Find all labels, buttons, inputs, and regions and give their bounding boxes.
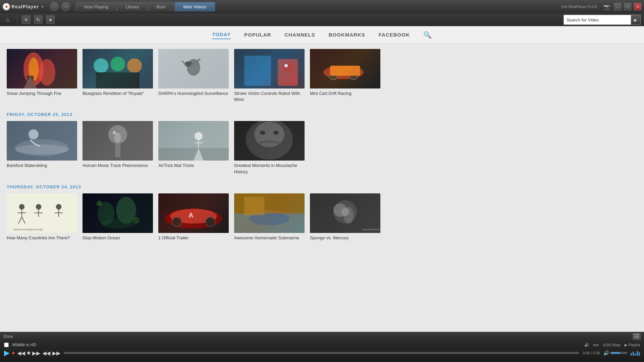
list-item[interactable]: Stop-Motion Ocean: [83, 193, 153, 241]
logo-icon: [3, 3, 10, 10]
date-section-friday: FRIDAY, OCTOBER 25, 2013 Barefoot Water: [7, 112, 637, 175]
maximize-button[interactable]: □: [624, 3, 631, 10]
search-input[interactable]: [564, 16, 631, 24]
svg-point-52: [36, 204, 41, 209]
tab-library[interactable]: Library: [117, 2, 148, 11]
statusbar-icon[interactable]: [633, 333, 641, 340]
svg-point-69: [206, 217, 215, 227]
list-item[interactable]: DARPA's Hummingbird Surveillance: [158, 49, 229, 103]
eq-bar-2: [633, 352, 634, 356]
video-title: 1 Official Trailer: [158, 235, 229, 241]
thumb-visual: [7, 49, 77, 88]
eq-bar-1: [631, 353, 632, 356]
thumb-visual: [310, 49, 380, 88]
svg-point-55: [56, 204, 61, 209]
list-item[interactable]: teamtreehouse Sponge vs. Mercury: [310, 193, 380, 241]
stop-button[interactable]: ■: [27, 350, 31, 356]
video-grid-today: Snow Jumping Through Fire Bluegrass R: [7, 49, 637, 103]
nav-arrows: ← →: [50, 2, 70, 11]
video-title: Stop-Motion Ocean: [83, 235, 153, 241]
progress-area: [64, 352, 579, 354]
playlist-button[interactable]: ▶ Playlist: [625, 343, 640, 347]
back-button[interactable]: ←: [50, 2, 59, 11]
list-item[interactable]: Stroke Victim Controls Robot With Mind: [234, 49, 305, 103]
camera-icon[interactable]: 📷: [602, 2, 611, 11]
eq-bar-5: [639, 352, 640, 356]
tab-popular[interactable]: POPULAR: [244, 31, 271, 39]
tab-today[interactable]: TODAY: [212, 30, 231, 39]
home-icon[interactable]: ⌂: [3, 15, 12, 24]
svg-rect-83: [634, 338, 639, 338]
refresh-action[interactable]: ↻: [34, 15, 43, 24]
tab-burn[interactable]: Burn: [148, 2, 174, 11]
list-item[interactable]: Greatest Moments in Moustache History: [234, 121, 305, 175]
video-title: Awesome Homemade Submarine: [234, 235, 305, 241]
list-item[interactable]: Human Music Track Phenomenon: [83, 121, 153, 175]
list-item[interactable]: Bluegrass Rendition of "Royals": [83, 49, 153, 103]
video-title: How Many Countries Are There?: [7, 235, 77, 241]
video-thumbnail: Moldova Azerbaijan Georgia: [7, 193, 77, 233]
close-button[interactable]: ✕: [634, 3, 641, 10]
thumb-visual: Moldova Azerbaijan Georgia: [7, 193, 77, 233]
date-section-thursday: THURSDAY, OCTOBER 24, 2013: [7, 184, 637, 241]
video-thumbnail: [310, 49, 380, 88]
bitrate-label: 6183 Kbps: [603, 343, 621, 347]
volume-icon[interactable]: 🔊: [603, 350, 609, 356]
svg-point-9: [110, 57, 125, 71]
svg-point-10: [127, 58, 142, 73]
list-item[interactable]: Mini Cart Drift Racing: [310, 49, 380, 103]
list-item[interactable]: Awesome Homemade Submarine: [234, 193, 305, 241]
close-action[interactable]: ✕: [22, 15, 31, 24]
tab-bookmarks[interactable]: BOOKMARKS: [329, 31, 365, 39]
video-title: Bluegrass Rendition of "Royals": [83, 90, 153, 97]
audio-icon: 🔊: [584, 343, 589, 347]
svg-rect-37: [158, 148, 229, 161]
video-thumbnail: [7, 49, 77, 88]
svg-text:A: A: [189, 212, 193, 219]
tab-now-playing[interactable]: Now Playing: [76, 2, 117, 11]
codec-label: wm: [593, 343, 599, 347]
bookmark-action[interactable]: ★: [46, 15, 55, 24]
list-item[interactable]: Moldova Azerbaijan Georgia How Many Coun…: [7, 193, 77, 241]
svg-point-62: [97, 201, 102, 206]
separator: [17, 16, 17, 23]
video-thumbnail: [83, 193, 153, 233]
video-title: Greatest Moments in Moustache History: [234, 163, 305, 175]
tab-facebook[interactable]: FACEBOOK: [379, 31, 410, 39]
svg-point-44: [260, 131, 265, 135]
svg-point-30: [29, 129, 39, 139]
next-button[interactable]: ▶▶: [32, 350, 40, 356]
rewind-button[interactable]: ◀◀: [42, 350, 50, 356]
forward-button[interactable]: →: [61, 2, 70, 11]
thumb-visual: [83, 49, 153, 88]
list-item[interactable]: A 1 Official Trailer: [158, 193, 229, 241]
logo-dropdown-icon[interactable]: ▼: [41, 5, 44, 9]
progress-bar[interactable]: [64, 352, 579, 354]
now-playing-title: Wildlife in HD: [12, 343, 36, 347]
video-title: AirTrick Mat Tricks: [158, 163, 229, 169]
search-nav-icon[interactable]: 🔍: [423, 29, 432, 40]
list-item[interactable]: AirTrick Mat Tricks: [158, 121, 229, 175]
video-thumbnail: [7, 121, 77, 161]
tab-web-videos[interactable]: Web Videos: [175, 2, 215, 11]
minimize-button[interactable]: –: [614, 3, 621, 10]
list-item[interactable]: Snow Jumping Through Fire: [7, 49, 77, 103]
record-button[interactable]: ●: [12, 350, 15, 356]
video-thumbnail: [158, 49, 229, 88]
list-item[interactable]: Barefoot Waterskiing: [7, 121, 77, 175]
playerbar: Wildlife in HD 🔊 wm 6183 Kbps ▶ Playlist…: [0, 341, 644, 362]
prev-button[interactable]: ◀◀: [17, 350, 25, 356]
video-thumbnail: [158, 121, 229, 161]
player-checkbox[interactable]: [4, 343, 9, 347]
video-grid-friday: Barefoot Waterskiing Human Music Trac: [7, 121, 637, 175]
date-section-today: Snow Jumping Through Fire Bluegrass R: [7, 49, 637, 103]
video-thumbnail: [83, 121, 153, 161]
play-button[interactable]: ▶: [4, 349, 10, 357]
search-button[interactable]: ▶: [631, 15, 640, 24]
video-title: Snow Jumping Through Fire: [7, 90, 77, 97]
video-title: Human Music Track Phenomenon: [83, 163, 153, 169]
thumb-visual: [83, 121, 153, 161]
tab-channels[interactable]: CHANNELS: [284, 31, 315, 39]
volume-bar[interactable]: [610, 352, 627, 354]
fastforward-button[interactable]: ▶▶: [52, 350, 60, 356]
